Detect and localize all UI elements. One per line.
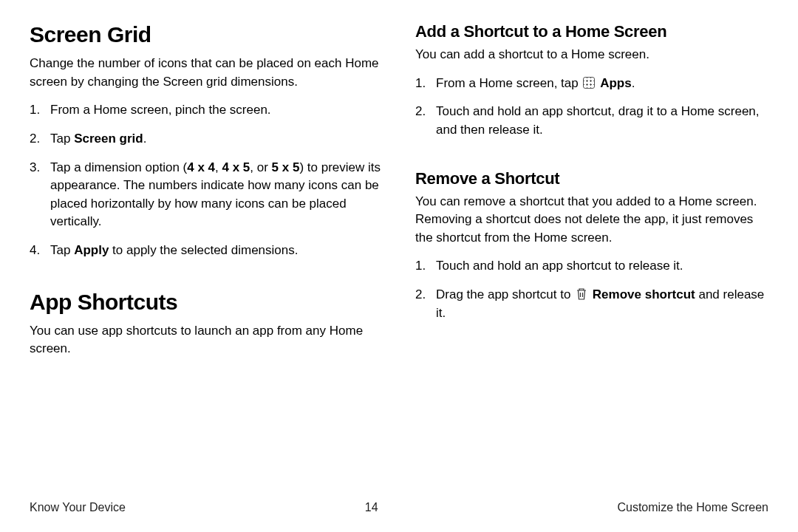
add-shortcut-intro: You can add a shortcut to a Home screen.	[415, 46, 768, 64]
footer-right: Customize the Home Screen	[617, 501, 768, 514]
heading-screen-grid: Screen Grid	[30, 22, 383, 47]
bold-5x5: 5 x 5	[272, 160, 300, 174]
step-2: Tap Screen grid.	[30, 130, 383, 149]
bold-apps: Apps	[600, 76, 632, 90]
screen-grid-steps: From a Home screen, pinch the screen. Ta…	[30, 101, 383, 259]
footer-left: Know Your Device	[30, 501, 126, 514]
add-step-2: Touch and hold an app shortcut, drag it …	[415, 103, 768, 139]
heading-remove-shortcut: Remove a Shortcut	[415, 169, 768, 188]
content-columns: Screen Grid Change the number of icons t…	[30, 22, 768, 473]
screen-grid-intro: Change the number of icons that can be p…	[30, 55, 383, 91]
page-footer: Know Your Device 14 Customize the Home S…	[30, 501, 768, 514]
remove-step-1: Touch and hold an app shortcut to releas…	[415, 257, 768, 276]
remove-shortcut-steps: Touch and hold an app shortcut to releas…	[415, 257, 768, 322]
apps-grid-icon	[583, 77, 595, 89]
step-3: Tap a dimension option (4 x 4, 4 x 5, or…	[30, 159, 383, 232]
footer-page-number: 14	[365, 501, 378, 514]
remove-step-2: Drag the app shortcut to Remove shortcut…	[415, 286, 768, 322]
heading-app-shortcuts: App Shortcuts	[30, 290, 383, 315]
remove-shortcut-intro: You can remove a shortcut that you added…	[415, 193, 768, 248]
bold-4x4: 4 x 4	[187, 160, 215, 174]
bold-screen-grid: Screen grid	[74, 132, 143, 146]
right-column: Add a Shortcut to a Home Screen You can …	[415, 22, 768, 473]
step-1: From a Home screen, pinch the screen.	[30, 101, 383, 120]
bold-apply: Apply	[74, 243, 109, 257]
heading-add-shortcut: Add a Shortcut to a Home Screen	[415, 22, 768, 41]
app-shortcuts-intro: You can use app shortcuts to launch an a…	[30, 322, 383, 358]
add-shortcut-steps: From a Home screen, tap Apps. Touch and …	[415, 75, 768, 140]
bold-4x5: 4 x 5	[222, 160, 250, 174]
trash-icon	[576, 287, 587, 301]
bold-remove-shortcut: Remove shortcut	[593, 287, 695, 301]
add-step-1: From a Home screen, tap Apps.	[415, 75, 768, 93]
step-4: Tap Apply to apply the selected dimensio…	[30, 242, 383, 260]
left-column: Screen Grid Change the number of icons t…	[30, 22, 383, 473]
